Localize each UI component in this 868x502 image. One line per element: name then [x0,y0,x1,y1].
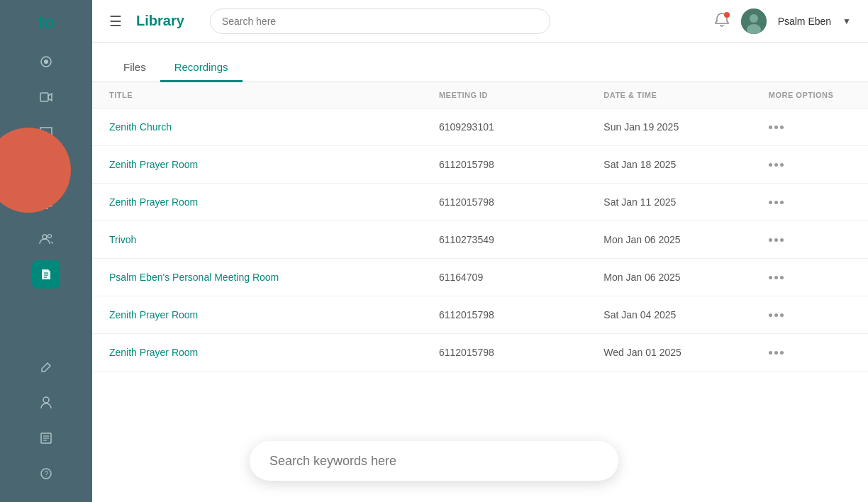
table-row[interactable]: Zenith Church 6109293101 Sun Jan 19 2025 [92,108,868,146]
page-title: Library [136,13,184,29]
svg-point-15 [43,397,49,403]
cell-title: Psalm Eben's Personal Meeting Room [109,272,439,283]
cell-more-options [769,126,851,129]
main-area: ☰ Library Psalm Eben ▼ [92,0,868,502]
more-options-button[interactable] [769,351,851,355]
sidebar-item-edit[interactable] [32,353,60,381]
cell-more-options [769,313,851,317]
table-row[interactable]: Zenith Prayer Room 6112015798 Sat Jan 11… [92,184,868,221]
cell-title: Trivoh [109,234,439,245]
cell-meeting-id: 6109293101 [439,121,603,133]
content-area: Files Recordings TITLE MEETING ID DATE &… [92,43,868,502]
more-options-button[interactable] [769,276,851,279]
sidebar-item-profile[interactable] [32,389,60,417]
cell-date-time: Sun Jan 19 2025 [603,121,768,133]
table-row[interactable]: Zenith Prayer Room 6112015798 Sat Jan 04… [92,296,868,334]
col-title: TITLE [109,91,439,99]
cell-meeting-id: 6112015798 [439,159,603,170]
user-menu-chevron[interactable]: ▼ [842,16,851,26]
table-body: Zenith Church 6109293101 Sun Jan 19 2025… [92,108,868,372]
more-options-button[interactable] [769,238,851,242]
tabs: Files Recordings [92,43,868,82]
cell-date-time: Wed Jan 01 2025 [603,347,768,358]
avatar [741,9,767,34]
sidebar: to [0,0,92,502]
col-date-time: DATE & TIME [603,91,768,99]
cell-meeting-id: 61164709 [439,272,603,283]
table-row[interactable]: Zenith Prayer Room 6112015798 Sat Jan 18… [92,146,868,184]
cell-meeting-id: 6110273549 [439,234,603,245]
sidebar-item-contacts[interactable] [32,225,60,253]
table-row[interactable]: Psalm Eben's Personal Meeting Room 61164… [92,259,868,296]
cell-date-time: Mon Jan 06 2025 [603,234,768,245]
header: ☰ Library Psalm Eben ▼ [92,0,868,43]
col-more-options: MORE OPTIONS [769,91,851,99]
cell-meeting-id: 6112015798 [439,309,603,320]
table-row[interactable]: Trivoh 6110273549 Mon Jan 06 2025 [92,221,868,259]
cell-more-options [769,238,851,242]
cell-meeting-id: 6112015798 [439,196,603,208]
more-options-button[interactable] [769,163,851,167]
cell-date-time: Sat Jan 04 2025 [603,309,768,320]
cell-title: Zenith Prayer Room [109,309,439,320]
cell-more-options [769,276,851,279]
header-right: Psalm Eben ▼ [714,9,851,34]
cell-meeting-id: 6112015798 [439,347,603,358]
table-header: TITLE MEETING ID DATE & TIME MORE OPTION… [92,82,868,108]
cell-date-time: Sat Jan 18 2025 [603,159,768,170]
cell-more-options [769,351,851,355]
cell-title: Zenith Prayer Room [109,159,439,170]
app-logo: to [38,11,55,33]
more-options-button[interactable] [769,201,851,204]
svg-text:?: ? [45,470,49,478]
sidebar-item-dashboard[interactable] [32,48,60,76]
svg-point-10 [43,235,47,239]
cell-title: Zenith Prayer Room [109,196,439,208]
hamburger-icon[interactable]: ☰ [109,13,122,30]
cell-more-options [769,163,851,167]
svg-point-1 [44,60,48,64]
user-name: Psalm Eben [778,16,831,27]
sidebar-item-library[interactable] [32,260,60,289]
cell-date-time: Mon Jan 06 2025 [603,272,768,283]
notifications-button[interactable] [714,12,730,30]
cell-date-time: Sat Jan 11 2025 [603,196,768,208]
col-meeting-id: MEETING ID [439,91,603,99]
more-options-button[interactable] [769,313,851,317]
cell-more-options [769,201,851,204]
tab-recordings[interactable]: Recordings [160,54,243,82]
svg-rect-2 [40,93,48,101]
notification-dot [724,12,730,18]
more-options-button[interactable] [769,126,851,129]
sidebar-bottom: ? [32,353,60,502]
sidebar-item-video[interactable] [32,83,60,111]
svg-point-11 [48,235,52,238]
sidebar-item-help[interactable]: ? [32,459,60,488]
sidebar-item-reports[interactable] [32,424,60,452]
table-row[interactable]: Zenith Prayer Room 6112015798 Wed Jan 01… [92,334,868,372]
bottom-search-input[interactable] [269,454,599,469]
cell-title: Zenith Church [109,121,439,133]
bottom-search-bar [250,441,618,481]
tab-files[interactable]: Files [109,54,160,82]
search-input[interactable] [210,9,550,34]
svg-point-23 [750,14,758,23]
cell-title: Zenith Prayer Room [109,347,439,358]
